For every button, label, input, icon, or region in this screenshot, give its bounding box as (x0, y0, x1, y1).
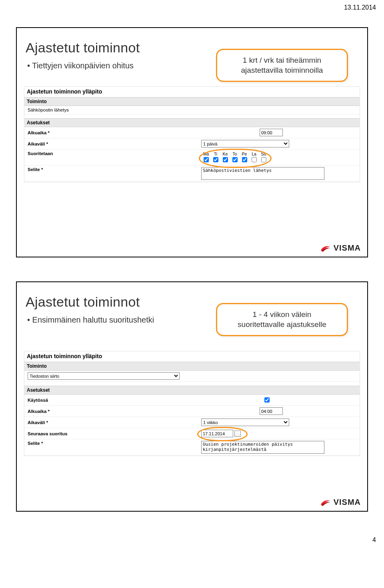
kaytossa-checkbox[interactable] (264, 397, 270, 403)
slide1-callout: 1 krt / vrk tai tiheämmin ajastettavilla… (216, 49, 348, 82)
alkuaika-label: Alkuaika * (28, 130, 72, 135)
check-ti[interactable] (213, 157, 218, 162)
page-number: 4 (0, 536, 384, 548)
section-asetukset: Asetukset (24, 118, 360, 127)
check-su[interactable] (261, 157, 266, 162)
row2-alkuaika: Alkuaika * (24, 406, 360, 417)
form2-title: Ajastetun toiminnon ylläpito (24, 351, 360, 362)
visma-text-2: VISMA (334, 498, 361, 507)
selite2-label: Selite * (28, 441, 72, 446)
visma-text: VISMA (334, 243, 361, 253)
visma-logo: VISMA (320, 243, 361, 253)
day-la: La (249, 151, 259, 157)
page-date: 13.11.2014 (0, 0, 384, 11)
section2-asetukset: Asetukset (24, 386, 360, 395)
day-pe: Pe (240, 151, 249, 157)
row2-kaytossa: Käytössä (24, 395, 360, 406)
day-su: Su (259, 151, 268, 157)
slide1-form: Ajastetun toiminnon ylläpito Toiminto Sä… (24, 86, 360, 182)
toiminto-select[interactable]: Tiedoston siirto (28, 372, 180, 380)
seuraava-date-input[interactable] (201, 430, 233, 437)
row2-toiminto: Tiedoston siirto (24, 371, 360, 382)
selite-textarea[interactable]: Sähköpostiviestien lähetys (201, 167, 324, 180)
aikavali2-select[interactable]: 1 viikko (201, 419, 289, 426)
check-ke[interactable] (223, 157, 228, 162)
day-ke: Ke (220, 151, 230, 157)
check-ma[interactable] (204, 157, 209, 162)
day-to: To (230, 151, 240, 157)
callout-line2: ajastettavilla toiminnoilla (241, 66, 323, 74)
row-suoritetaan: Suoritetaan Ma Ti Ke To Pe La Su (24, 149, 360, 165)
suoritetaan-label: Suoritetaan (28, 151, 72, 156)
row2-aikavali: Aikaväli * 1 viikko (24, 417, 360, 428)
check-pe[interactable] (242, 157, 247, 162)
days-picker: Ma Ti Ke To Pe La Su (201, 151, 268, 163)
aikavali2-label: Aikaväli * (28, 420, 72, 425)
slide2-form: Ajastetun toiminnon ylläpito Toiminto Ti… (24, 351, 360, 456)
section-toiminto: Toiminto (24, 97, 360, 106)
check-to[interactable] (232, 157, 238, 162)
form-title: Ajastetun toiminnon ylläpito (24, 87, 360, 97)
day-ti: Ti (211, 151, 220, 157)
kaytossa-label: Käytössä (28, 398, 72, 403)
row-aikavali: Aikaväli * 1 päivä (24, 138, 360, 149)
alkuaika2-input[interactable] (260, 407, 283, 415)
alkuaika-input[interactable] (260, 129, 283, 136)
day-ma: Ma (201, 151, 211, 157)
toiminto-value: Sähköpostin lähetys (28, 108, 69, 112)
aikavali-select[interactable]: 1 päivä (201, 140, 289, 147)
row2-seuraava: Seuraava suoritus (24, 428, 360, 439)
section2-toiminto: Toiminto (24, 362, 360, 371)
calendar-icon[interactable] (234, 431, 241, 437)
alkuaika2-label: Alkuaika * (28, 409, 72, 414)
seuraava-label: Seuraava suoritus (28, 431, 84, 436)
visma-swoosh-icon (320, 244, 331, 252)
visma-logo-2: VISMA (320, 498, 361, 507)
row-toiminto-value: Sähköpostin lähetys (24, 106, 360, 114)
check-la[interactable] (252, 157, 257, 162)
slide-1: Ajastetut toiminnot Tiettyjen viikonpäiv… (16, 27, 368, 257)
callout2-line2: suoritettavalle ajastukselle (238, 320, 326, 329)
row-selite: Selite * Sähköpostiviestien lähetys (24, 165, 360, 182)
selite-label: Selite * (28, 167, 72, 172)
row-alkuaika: Alkuaika * (24, 127, 360, 138)
slide2-callout: 1 - 4 viikon välein suoritettavalle ajas… (216, 303, 348, 336)
callout-line1: 1 krt / vrk tai tiheämmin (243, 56, 321, 64)
slide-2: Ajastetut toiminnot Ensimmäinen haluttu … (16, 281, 368, 512)
callout2-line1: 1 - 4 viikon välein (253, 310, 312, 319)
aikavali-label: Aikaväli * (28, 142, 72, 146)
row2-selite: Selite * Uusien projektinumeroiden päivi… (24, 439, 360, 456)
visma-swoosh-icon (320, 498, 331, 506)
selite2-textarea[interactable]: Uusien projektinumeroiden päivitys kirja… (201, 441, 324, 454)
